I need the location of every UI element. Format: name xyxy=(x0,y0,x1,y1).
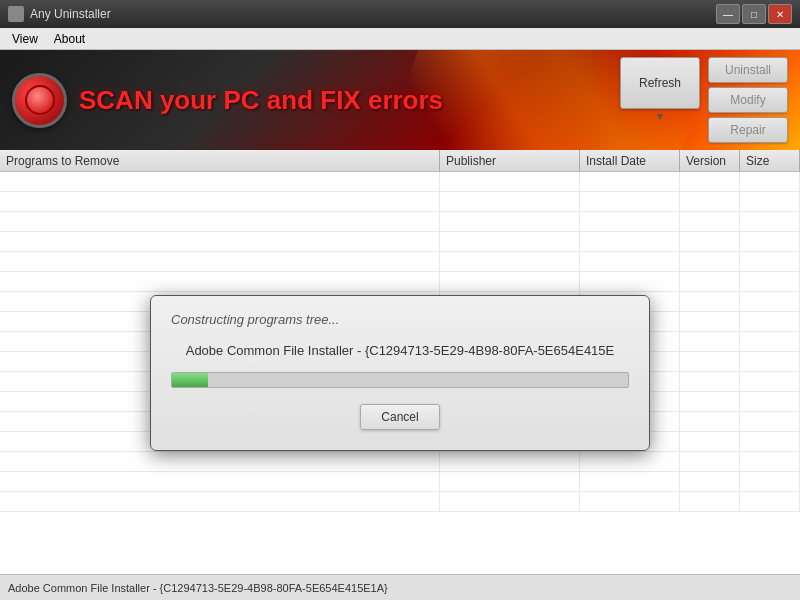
status-text: Adobe Common File Installer - {C1294713-… xyxy=(8,582,388,594)
refresh-label: Refresh xyxy=(639,76,681,90)
dialog-program-name: Adobe Common File Installer - {C1294713-… xyxy=(171,343,629,358)
progress-bar-container xyxy=(171,372,629,388)
menu-view[interactable]: View xyxy=(4,30,46,48)
title-bar-left: Any Uninstaller xyxy=(8,6,111,22)
col-publisher: Publisher xyxy=(440,150,580,171)
col-install-date: Install Date xyxy=(580,150,680,171)
col-version: Version xyxy=(680,150,740,171)
progress-dialog: Constructing programs tree... Adobe Comm… xyxy=(150,295,650,451)
uninstall-button[interactable]: Uninstall xyxy=(708,57,788,83)
title-bar: Any Uninstaller — □ ✕ xyxy=(0,0,800,28)
app-icon xyxy=(8,6,24,22)
modify-button[interactable]: Modify xyxy=(708,87,788,113)
progress-bar-fill xyxy=(172,373,208,387)
repair-button[interactable]: Repair xyxy=(708,117,788,143)
main-content: Constructing programs tree... Adobe Comm… xyxy=(0,172,800,574)
header-banner: SCAN your PC and FIX errors Refresh ▼ Un… xyxy=(0,50,800,150)
header-left: SCAN your PC and FIX errors xyxy=(12,73,443,128)
filter-icon: ▼ xyxy=(655,111,665,122)
menu-bar: View About xyxy=(0,28,800,50)
refresh-button[interactable]: Refresh xyxy=(620,57,700,109)
app-logo xyxy=(12,73,67,128)
minimize-button[interactable]: — xyxy=(716,4,740,24)
title-bar-controls: — □ ✕ xyxy=(716,4,792,24)
dialog-title: Constructing programs tree... xyxy=(171,312,629,327)
header-slogan: SCAN your PC and FIX errors xyxy=(79,85,443,116)
menu-about[interactable]: About xyxy=(46,30,93,48)
dialog-overlay: Constructing programs tree... Adobe Comm… xyxy=(0,172,800,574)
column-headers: Programs to Remove Publisher Install Dat… xyxy=(0,150,800,172)
status-bar: Adobe Common File Installer - {C1294713-… xyxy=(0,574,800,600)
header-right: Refresh ▼ Uninstall Modify Repair xyxy=(620,57,788,143)
cancel-button[interactable]: Cancel xyxy=(360,404,440,430)
maximize-button[interactable]: □ xyxy=(742,4,766,24)
close-button[interactable]: ✕ xyxy=(768,4,792,24)
dialog-actions: Cancel xyxy=(171,404,629,430)
refresh-btn-container: Refresh ▼ xyxy=(620,57,700,143)
title-bar-title: Any Uninstaller xyxy=(30,7,111,21)
col-size: Size xyxy=(740,150,800,171)
logo-inner xyxy=(25,85,55,115)
col-programs: Programs to Remove xyxy=(0,150,440,171)
action-buttons: Uninstall Modify Repair xyxy=(708,57,788,143)
